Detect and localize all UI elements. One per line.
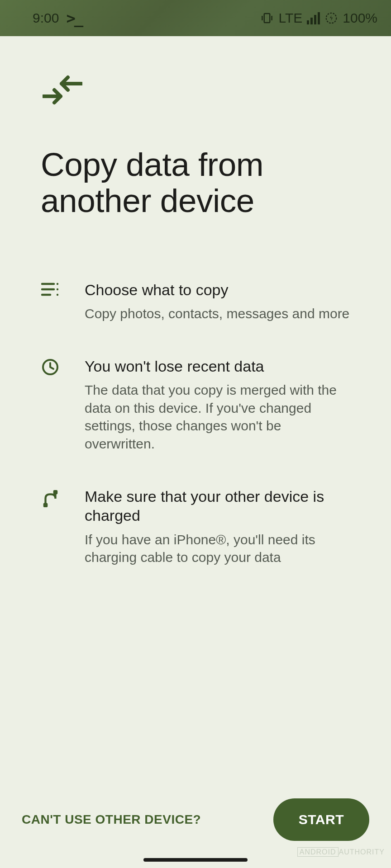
svg-rect-11	[43, 503, 48, 507]
status-right: LTE 100%	[260, 10, 377, 26]
info-item-choose: Choose what to copy Copy photos, contact…	[41, 280, 350, 323]
list-icon	[41, 282, 60, 297]
watermark: ANDROIDAUTHORITY	[297, 848, 385, 856]
info-item-recent-data: You won't lose recent data The data that…	[41, 357, 350, 453]
start-button[interactable]: START	[273, 798, 369, 841]
status-battery: 100%	[343, 10, 377, 26]
svg-point-8	[57, 288, 58, 290]
info-item-title: You won't lose recent data	[85, 357, 350, 376]
footer: CAN'T USE OTHER DEVICE? START	[0, 798, 391, 841]
signal-icon	[307, 12, 320, 24]
main-content: Copy data from another device Choose wha…	[0, 36, 391, 566]
info-item-title: Choose what to copy	[85, 280, 350, 300]
battery-icon	[324, 11, 338, 25]
info-item-title: Make sure that your other device is char…	[85, 487, 350, 525]
svg-point-9	[57, 293, 58, 295]
status-bar: 9:00 >_ LTE 100%	[0, 0, 391, 36]
status-time: 9:00	[33, 10, 59, 26]
info-item-desc: The data that you copy is merged with th…	[85, 381, 350, 453]
svg-rect-12	[53, 490, 58, 494]
status-left: 9:00 >_	[33, 9, 82, 27]
transfer-icon	[43, 75, 350, 108]
info-item-desc: Copy photos, contacts, messages and more	[85, 305, 350, 323]
cable-icon	[41, 489, 60, 509]
info-item-charged: Make sure that your other device is char…	[41, 487, 350, 566]
svg-point-7	[57, 283, 58, 284]
nav-handle[interactable]	[143, 858, 248, 862]
cant-use-device-link[interactable]: CAN'T USE OTHER DEVICE?	[22, 812, 201, 827]
terminal-icon: >_	[66, 9, 82, 27]
info-list: Choose what to copy Copy photos, contact…	[41, 280, 350, 566]
svg-rect-0	[264, 14, 270, 23]
page-title: Copy data from another device	[41, 146, 350, 219]
info-item-desc: If you have an iPhone®, you'll need its …	[85, 531, 350, 566]
clock-icon	[41, 359, 60, 376]
status-network: LTE	[278, 10, 302, 26]
vibrate-icon	[260, 11, 274, 25]
